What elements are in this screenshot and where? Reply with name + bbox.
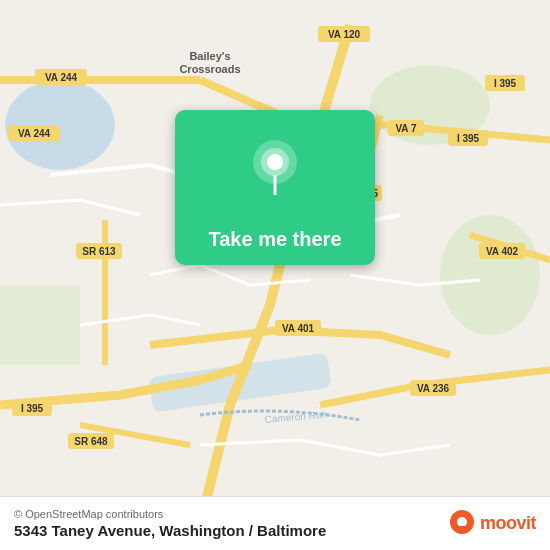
svg-text:VA 236: VA 236 — [417, 383, 450, 394]
copyright-text: © OpenStreetMap contributors — [14, 508, 326, 520]
svg-text:I 395: I 395 — [21, 403, 44, 414]
svg-point-45 — [457, 517, 467, 527]
location-pin-icon — [250, 140, 300, 200]
svg-text:SR 613: SR 613 — [82, 246, 116, 257]
svg-point-4 — [440, 215, 540, 335]
svg-text:SR 648: SR 648 — [74, 436, 108, 447]
svg-text:Crossroads: Crossroads — [179, 63, 240, 75]
svg-text:I 395: I 395 — [457, 133, 480, 144]
moovit-logo: moovit — [448, 510, 536, 538]
svg-rect-5 — [0, 285, 80, 365]
svg-text:I 395: I 395 — [494, 78, 517, 89]
svg-text:VA 401: VA 401 — [282, 323, 315, 334]
cta-card: Take me there — [175, 110, 375, 265]
svg-point-43 — [267, 154, 283, 170]
moovit-icon — [448, 510, 476, 538]
info-bar: © OpenStreetMap contributors 5343 Taney … — [0, 496, 550, 550]
svg-text:Bailey's: Bailey's — [189, 50, 230, 62]
address-text: 5343 Taney Avenue, Washington / Baltimor… — [14, 522, 326, 539]
svg-text:VA 7: VA 7 — [395, 123, 417, 134]
svg-text:VA 402: VA 402 — [486, 246, 519, 257]
cta-button-label: Take me there — [208, 228, 341, 251]
map-container: VA 244 VA 120 I 395 I 395 VA 7 VA 395 SR… — [0, 0, 550, 550]
map-roads-svg: VA 244 VA 120 I 395 I 395 VA 7 VA 395 SR… — [0, 0, 550, 550]
svg-text:VA 120: VA 120 — [328, 29, 361, 40]
svg-text:VA 244: VA 244 — [45, 72, 78, 83]
svg-text:VA 244: VA 244 — [18, 128, 51, 139]
address-info: © OpenStreetMap contributors 5343 Taney … — [14, 508, 326, 539]
moovit-brand-text: moovit — [480, 513, 536, 534]
